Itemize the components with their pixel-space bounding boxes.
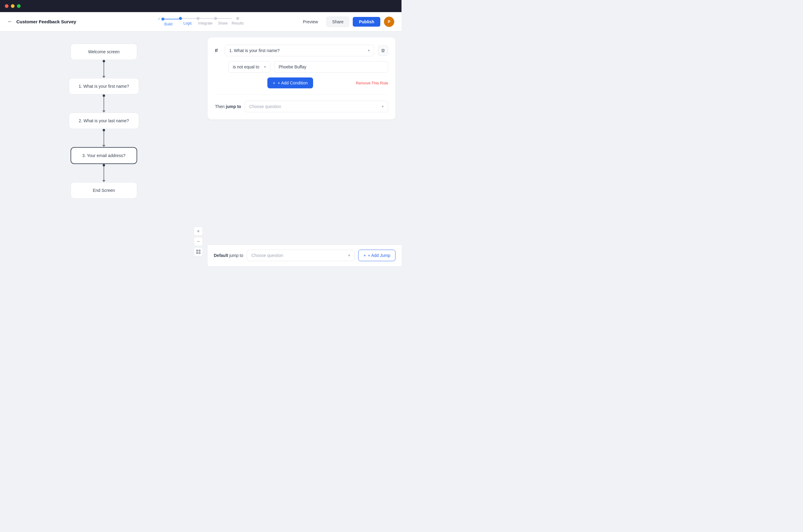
flow-canvas: Welcome screen 1. What is your first nam… [0, 32, 208, 266]
delete-condition-button[interactable] [378, 45, 388, 56]
traffic-light-red[interactable] [5, 4, 8, 8]
zoom-controls: + − [194, 227, 203, 256]
flow-node-q3[interactable]: 3. Your email address? [71, 147, 137, 164]
add-jump-button[interactable]: + + Add Jump [358, 250, 395, 261]
flow-node-welcome[interactable]: Welcome screen [71, 43, 137, 60]
connector-line [104, 62, 104, 76]
choose-question-select[interactable]: Choose question ▾ [245, 101, 388, 112]
default-question-select[interactable]: Choose question ▾ [247, 250, 355, 261]
header: ← Customer Feedback Survey ✓ Build [0, 12, 401, 32]
svg-rect-2 [197, 252, 198, 253]
back-button[interactable]: ← [7, 18, 13, 25]
connector-arrow [102, 180, 105, 182]
nav-label-results: Results [231, 21, 244, 25]
nav-step-results[interactable]: Results [231, 17, 244, 25]
flow-connector-1 [102, 60, 105, 78]
default-jump-bar: Default jump to Choose question ▾ + + Ad… [208, 245, 401, 266]
operator-chevron-icon: ▾ [264, 65, 266, 69]
rule-then-row: Then jump to Choose question ▾ [215, 94, 388, 112]
remove-rule-button[interactable]: Remove This Rule [356, 80, 388, 87]
titlebar [0, 0, 401, 12]
rule-card: If 1. What is your first name? ▾ is not … [208, 38, 395, 119]
plus-icon: + [363, 253, 366, 258]
rule-if-row: If 1. What is your first name? ▾ [215, 45, 388, 56]
main: Welcome screen 1. What is your first nam… [0, 32, 401, 266]
condition-question-select[interactable]: 1. What is your first name? ▾ [225, 45, 374, 56]
chevron-down-icon: ▾ [368, 49, 370, 53]
connector-line [104, 167, 104, 180]
plus-icon: + [273, 80, 275, 86]
condition-row: is not equal to ▾ [215, 61, 388, 73]
publish-button[interactable]: Publish [353, 17, 380, 26]
value-input[interactable] [274, 61, 388, 73]
zoom-in-button[interactable]: + [194, 227, 203, 236]
connector-dot [102, 60, 105, 62]
survey-title: Customer Feedback Survey [16, 19, 76, 24]
connector-line [104, 97, 104, 111]
right-panel: If 1. What is your first name? ▾ is not … [208, 32, 401, 266]
preview-button[interactable]: Preview [298, 17, 323, 26]
traffic-light-green[interactable] [17, 4, 21, 8]
zoom-out-button[interactable]: − [194, 237, 203, 246]
flow-node-q1[interactable]: 1. What is your first name? [69, 78, 139, 94]
flow-connector-3 [102, 129, 105, 147]
header-actions: Preview Share Publish P [298, 17, 394, 27]
header-nav: ✓ Build Logic [158, 17, 244, 26]
choose-chevron-icon: ▾ [382, 104, 384, 109]
flow-node-q2[interactable]: 2. What is your last name? [69, 113, 139, 129]
connector-arrow [102, 111, 105, 113]
svg-rect-3 [199, 252, 200, 253]
default-label: Default jump to [214, 253, 243, 258]
traffic-light-yellow[interactable] [11, 4, 15, 8]
avatar[interactable]: P [384, 17, 394, 27]
nav-step-integrate[interactable]: Integrate [197, 17, 214, 25]
rule-actions-row: + + Add Condition Remove This Rule [215, 77, 388, 88]
nav-step-logic[interactable]: Logic [179, 17, 197, 25]
nav-label-integrate: Integrate [198, 21, 212, 25]
svg-rect-0 [197, 250, 198, 251]
share-button[interactable]: Share [326, 17, 349, 27]
flow-connector-4 [102, 164, 105, 182]
connector-line [104, 131, 104, 145]
default-chevron-icon: ▾ [348, 253, 350, 258]
nav-step-build[interactable]: ✓ Build [158, 17, 179, 26]
flow-connector-2 [102, 94, 105, 113]
if-label: If [215, 48, 221, 53]
connector-dot [102, 164, 105, 167]
connector-dot [102, 94, 105, 97]
nav-step-share[interactable]: Share [214, 17, 231, 25]
connector-arrow [102, 145, 105, 147]
flow-container: Welcome screen 1. What is your first nam… [69, 43, 139, 198]
then-label: Then jump to [215, 104, 241, 109]
nav-label-logic: Logic [184, 21, 192, 25]
connector-arrow [102, 76, 105, 78]
nav-label-build: Build [164, 22, 173, 26]
spacer [208, 123, 401, 245]
add-condition-button[interactable]: + + Add Condition [267, 77, 313, 88]
flow-node-end[interactable]: End Screen [71, 182, 137, 198]
header-left: ← Customer Feedback Survey [7, 18, 76, 25]
fit-view-button[interactable] [194, 247, 203, 256]
operator-select[interactable]: is not equal to ▾ [228, 61, 270, 73]
nav-label-share: Share [218, 21, 228, 25]
svg-rect-1 [199, 250, 200, 251]
connector-dot [102, 129, 105, 131]
